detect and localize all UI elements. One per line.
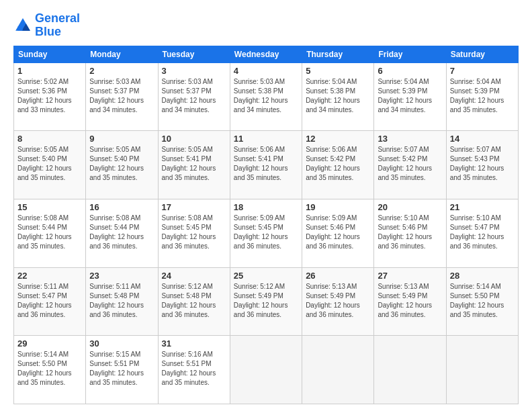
day-number: 24 xyxy=(162,271,226,281)
day-number: 20 xyxy=(378,202,442,212)
weekday-header-monday: Monday xyxy=(86,46,158,62)
day-info: Sunrise: 5:12 AM Sunset: 5:48 PM Dayligh… xyxy=(162,282,226,320)
calendar-cell: 10Sunrise: 5:05 AM Sunset: 5:41 PM Dayli… xyxy=(158,131,230,199)
day-info: Sunrise: 5:15 AM Sunset: 5:51 PM Dayligh… xyxy=(89,350,154,387)
day-info: Sunrise: 5:04 AM Sunset: 5:39 PM Dayligh… xyxy=(450,77,515,115)
day-info: Sunrise: 5:06 AM Sunset: 5:41 PM Dayligh… xyxy=(234,145,298,183)
weekday-header-saturday: Saturday xyxy=(446,46,518,62)
weekday-row: SundayMondayTuesdayWednesdayThursdayFrid… xyxy=(14,46,519,62)
day-info: Sunrise: 5:03 AM Sunset: 5:37 PM Dayligh… xyxy=(162,77,226,115)
day-info: Sunrise: 5:14 AM Sunset: 5:50 PM Dayligh… xyxy=(450,282,515,320)
calendar-cell: 13Sunrise: 5:07 AM Sunset: 5:42 PM Dayli… xyxy=(374,131,446,199)
calendar-cell: 9Sunrise: 5:05 AM Sunset: 5:40 PM Daylig… xyxy=(86,131,158,199)
day-info: Sunrise: 5:05 AM Sunset: 5:40 PM Dayligh… xyxy=(17,145,82,183)
day-info: Sunrise: 5:04 AM Sunset: 5:38 PM Dayligh… xyxy=(306,77,370,115)
calendar-cell: 8Sunrise: 5:05 AM Sunset: 5:40 PM Daylig… xyxy=(14,131,86,199)
header: GeneralBlue xyxy=(13,12,519,39)
calendar-cell: 12Sunrise: 5:06 AM Sunset: 5:42 PM Dayli… xyxy=(302,131,374,199)
logo-icon xyxy=(13,16,32,35)
day-number: 18 xyxy=(234,202,298,212)
week-row-4: 22Sunrise: 5:11 AM Sunset: 5:47 PM Dayli… xyxy=(14,267,519,336)
calendar-cell: 18Sunrise: 5:09 AM Sunset: 5:45 PM Dayli… xyxy=(230,199,302,267)
day-info: Sunrise: 5:10 AM Sunset: 5:46 PM Dayligh… xyxy=(378,214,442,251)
calendar: SundayMondayTuesdayWednesdayThursdayFrid… xyxy=(13,46,519,404)
day-info: Sunrise: 5:08 AM Sunset: 5:45 PM Dayligh… xyxy=(162,214,226,251)
day-info: Sunrise: 5:12 AM Sunset: 5:49 PM Dayligh… xyxy=(234,282,298,320)
calendar-cell: 17Sunrise: 5:08 AM Sunset: 5:45 PM Dayli… xyxy=(158,199,230,267)
calendar-cell: 24Sunrise: 5:12 AM Sunset: 5:48 PM Dayli… xyxy=(158,267,230,336)
day-info: Sunrise: 5:16 AM Sunset: 5:51 PM Dayligh… xyxy=(162,350,226,387)
day-number: 26 xyxy=(306,271,370,281)
day-number: 11 xyxy=(234,134,298,144)
calendar-cell xyxy=(446,336,518,404)
day-number: 1 xyxy=(17,66,82,76)
day-number: 9 xyxy=(89,134,154,144)
day-info: Sunrise: 5:02 AM Sunset: 5:36 PM Dayligh… xyxy=(17,77,82,115)
day-number: 17 xyxy=(162,202,226,212)
day-info: Sunrise: 5:11 AM Sunset: 5:47 PM Dayligh… xyxy=(17,282,82,320)
week-row-2: 8Sunrise: 5:05 AM Sunset: 5:40 PM Daylig… xyxy=(14,131,519,199)
day-number: 4 xyxy=(234,66,298,76)
calendar-cell: 2Sunrise: 5:03 AM Sunset: 5:37 PM Daylig… xyxy=(86,62,158,131)
calendar-cell xyxy=(374,336,446,404)
calendar-cell: 4Sunrise: 5:03 AM Sunset: 5:38 PM Daylig… xyxy=(230,62,302,131)
day-info: Sunrise: 5:05 AM Sunset: 5:40 PM Dayligh… xyxy=(89,145,154,183)
calendar-cell: 20Sunrise: 5:10 AM Sunset: 5:46 PM Dayli… xyxy=(374,199,446,267)
day-info: Sunrise: 5:04 AM Sunset: 5:39 PM Dayligh… xyxy=(378,77,442,115)
day-info: Sunrise: 5:06 AM Sunset: 5:42 PM Dayligh… xyxy=(306,145,370,183)
week-row-5: 29Sunrise: 5:14 AM Sunset: 5:50 PM Dayli… xyxy=(14,336,519,404)
calendar-cell: 11Sunrise: 5:06 AM Sunset: 5:41 PM Dayli… xyxy=(230,131,302,199)
weekday-header-tuesday: Tuesday xyxy=(158,46,230,62)
calendar-cell: 29Sunrise: 5:14 AM Sunset: 5:50 PM Dayli… xyxy=(14,336,86,404)
day-number: 12 xyxy=(306,134,370,144)
calendar-cell: 1Sunrise: 5:02 AM Sunset: 5:36 PM Daylig… xyxy=(14,62,86,131)
day-info: Sunrise: 5:09 AM Sunset: 5:46 PM Dayligh… xyxy=(306,214,370,251)
calendar-cell: 3Sunrise: 5:03 AM Sunset: 5:37 PM Daylig… xyxy=(158,62,230,131)
calendar-cell: 27Sunrise: 5:13 AM Sunset: 5:49 PM Dayli… xyxy=(374,267,446,336)
weekday-header-thursday: Thursday xyxy=(302,46,374,62)
day-info: Sunrise: 5:13 AM Sunset: 5:49 PM Dayligh… xyxy=(306,282,370,320)
calendar-cell: 22Sunrise: 5:11 AM Sunset: 5:47 PM Dayli… xyxy=(14,267,86,336)
calendar-cell: 15Sunrise: 5:08 AM Sunset: 5:44 PM Dayli… xyxy=(14,199,86,267)
day-number: 2 xyxy=(89,66,154,76)
calendar-cell: 26Sunrise: 5:13 AM Sunset: 5:49 PM Dayli… xyxy=(302,267,374,336)
day-number: 15 xyxy=(17,202,82,212)
day-number: 3 xyxy=(162,66,226,76)
day-number: 27 xyxy=(378,271,442,281)
calendar-cell xyxy=(302,336,374,404)
day-number: 31 xyxy=(162,338,226,349)
day-number: 10 xyxy=(162,134,226,144)
calendar-cell: 7Sunrise: 5:04 AM Sunset: 5:39 PM Daylig… xyxy=(446,62,518,131)
day-number: 8 xyxy=(17,134,82,144)
calendar-cell: 31Sunrise: 5:16 AM Sunset: 5:51 PM Dayli… xyxy=(158,336,230,404)
day-number: 14 xyxy=(450,134,515,144)
day-info: Sunrise: 5:11 AM Sunset: 5:48 PM Dayligh… xyxy=(89,282,154,320)
calendar-cell: 6Sunrise: 5:04 AM Sunset: 5:39 PM Daylig… xyxy=(374,62,446,131)
calendar-cell: 5Sunrise: 5:04 AM Sunset: 5:38 PM Daylig… xyxy=(302,62,374,131)
week-row-3: 15Sunrise: 5:08 AM Sunset: 5:44 PM Dayli… xyxy=(14,199,519,267)
weekday-header-wednesday: Wednesday xyxy=(230,46,302,62)
weekday-header-friday: Friday xyxy=(374,46,446,62)
day-number: 13 xyxy=(378,134,442,144)
day-number: 16 xyxy=(89,202,154,212)
logo: GeneralBlue xyxy=(13,12,80,39)
calendar-cell: 16Sunrise: 5:08 AM Sunset: 5:44 PM Dayli… xyxy=(86,199,158,267)
day-number: 21 xyxy=(450,202,515,212)
day-number: 7 xyxy=(450,66,515,76)
weekday-header-sunday: Sunday xyxy=(14,46,86,62)
day-info: Sunrise: 5:10 AM Sunset: 5:47 PM Dayligh… xyxy=(450,214,515,251)
day-info: Sunrise: 5:08 AM Sunset: 5:44 PM Dayligh… xyxy=(17,214,82,251)
day-number: 30 xyxy=(89,338,154,349)
calendar-cell: 28Sunrise: 5:14 AM Sunset: 5:50 PM Dayli… xyxy=(446,267,518,336)
calendar-cell: 25Sunrise: 5:12 AM Sunset: 5:49 PM Dayli… xyxy=(230,267,302,336)
day-info: Sunrise: 5:14 AM Sunset: 5:50 PM Dayligh… xyxy=(17,350,82,387)
day-info: Sunrise: 5:03 AM Sunset: 5:37 PM Dayligh… xyxy=(89,77,154,115)
day-number: 22 xyxy=(17,271,82,281)
day-number: 5 xyxy=(306,66,370,76)
calendar-header: SundayMondayTuesdayWednesdayThursdayFrid… xyxy=(14,46,519,62)
logo-text: GeneralBlue xyxy=(35,12,80,39)
calendar-cell xyxy=(230,336,302,404)
calendar-cell: 19Sunrise: 5:09 AM Sunset: 5:46 PM Dayli… xyxy=(302,199,374,267)
day-number: 25 xyxy=(234,271,298,281)
day-number: 6 xyxy=(378,66,442,76)
